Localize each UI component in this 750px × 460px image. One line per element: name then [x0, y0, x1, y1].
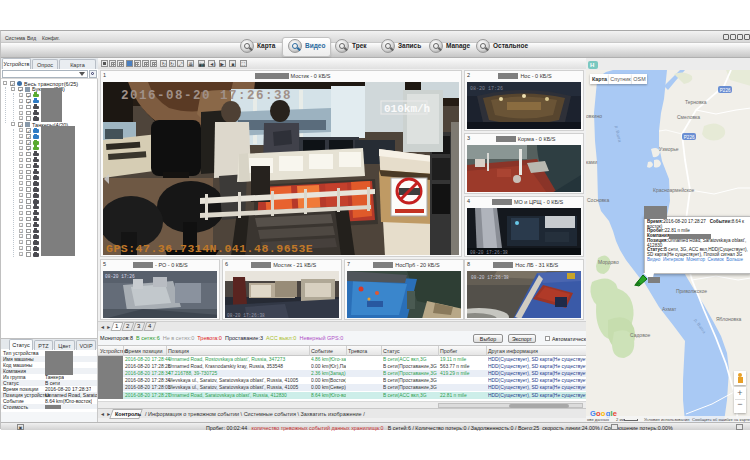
svg-text:Сосновка: Сосновка — [587, 197, 609, 203]
svg-text:P226: P226 — [720, 88, 731, 93]
svg-text:Смеловка: Смеловка — [677, 114, 700, 120]
svg-text:08-20 17:26: 08-20 17:26 — [105, 274, 135, 279]
svg-text:овкино: овкино — [586, 113, 602, 119]
svg-text:08-20 17:26:38: 08-20 17:26:38 — [470, 250, 508, 255]
svg-text:2016-08-20 17:26:38: 2016-08-20 17:26:38 — [121, 89, 292, 103]
svg-text:Красноармейское: Красноармейское — [653, 187, 695, 193]
svg-text:ками: ками — [586, 159, 598, 165]
svg-text:Терновка: Терновка — [685, 99, 707, 105]
svg-text:Мордово: Мордово — [598, 259, 619, 265]
svg-text:08-20 17:26:38: 08-20 17:26:38 — [471, 275, 509, 280]
svg-text:GPS:47.36.7314N.041.48.9653E: GPS:47.36.7314N.041.48.9653E — [106, 242, 313, 255]
svg-text:Ахмат: Ахмат — [662, 306, 677, 312]
svg-text:08-20 17:26:38: 08-20 17:26:38 — [227, 313, 265, 318]
svg-text:Яблоновка: Яблоновка — [716, 316, 742, 322]
svg-text:Садовое: Садовое — [630, 332, 651, 338]
svg-text:010km/h: 010km/h — [384, 102, 430, 114]
svg-text:Узморье: Узморье — [659, 146, 679, 152]
svg-text:08-20 17:26: 08-20 17:26 — [470, 86, 503, 92]
svg-text:Приволжское: Приволжское — [676, 288, 707, 294]
svg-text:P226: P226 — [684, 135, 695, 140]
